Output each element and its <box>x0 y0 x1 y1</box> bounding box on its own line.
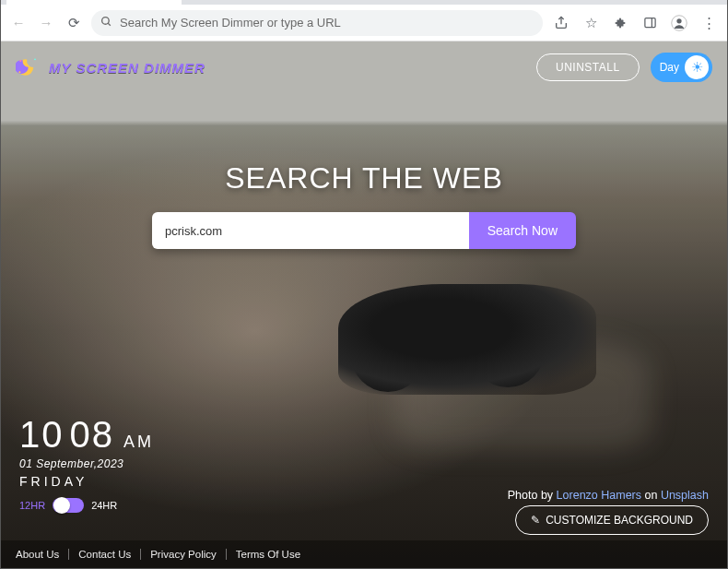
svg-point-9 <box>34 58 36 60</box>
logo[interactable]: MY SCREEN DIMMER <box>16 54 205 80</box>
menu-icon[interactable]: ⋮ <box>698 12 720 34</box>
footer-link-contact[interactable]: Contact Us <box>69 549 141 560</box>
svg-point-6 <box>676 18 681 23</box>
back-button[interactable]: ← <box>8 13 29 33</box>
reload-button[interactable]: ⟳ <box>64 13 84 33</box>
credit-author-link[interactable]: Lorenzo Hamers <box>557 489 641 502</box>
share-icon[interactable] <box>550 12 572 34</box>
toggle-track[interactable] <box>53 498 84 513</box>
photo-credits: Photo by Lorenzo Hamers on Unsplash <box>508 489 709 502</box>
label-24hr: 24HR <box>91 500 117 511</box>
maximize-button[interactable]: ☐ <box>646 0 687 5</box>
browser-toolbar: ← → ⟳ Search My Screen Dimmer or type a … <box>1 5 727 41</box>
page-content: MY SCREEN DIMMER UNINSTALL Day ☀ SEARCH … <box>1 41 727 568</box>
pencil-icon: ✎ <box>531 514 540 527</box>
star-icon[interactable]: ☆ <box>580 12 602 34</box>
search-icon <box>100 16 112 30</box>
hour-format-toggle[interactable]: 12HR 24HR <box>19 498 154 513</box>
browser-tab[interactable]: New Tab × <box>6 0 182 5</box>
search-button[interactable]: Search Now <box>469 212 576 249</box>
clock-minutes: 08 <box>70 414 115 456</box>
svg-point-7 <box>19 60 21 62</box>
moon-icon <box>16 54 41 80</box>
clock-day: FRIDAY <box>19 474 154 489</box>
clock-widget: 10 08 AM 01 September,2023 FRIDAY 12HR 2… <box>19 414 154 513</box>
address-bar[interactable]: Search My Screen Dimmer or type a URL <box>91 10 543 36</box>
profile-icon[interactable] <box>668 12 690 34</box>
footer-link-about[interactable]: About Us <box>16 549 69 560</box>
footer-links: About Us Contact Us Privacy Policy Terms… <box>1 540 727 568</box>
svg-line-1 <box>108 23 111 26</box>
clock-hours: 10 <box>19 414 65 456</box>
search-input[interactable] <box>152 212 469 249</box>
day-label: Day <box>660 61 679 74</box>
extensions-icon[interactable] <box>609 12 631 34</box>
clock-ampm: AM <box>123 433 154 452</box>
clock-date: 01 September,2023 <box>19 457 154 470</box>
svg-point-8 <box>18 71 20 73</box>
forward-button[interactable]: → <box>36 13 56 33</box>
minimize-button[interactable]: — <box>605 0 646 5</box>
day-night-toggle[interactable]: Day ☀ <box>651 53 712 82</box>
svg-point-0 <box>102 17 110 24</box>
side-panel-icon[interactable] <box>639 12 661 34</box>
credit-source-link[interactable]: Unsplash <box>661 489 709 502</box>
label-12hr: 12HR <box>19 500 45 511</box>
close-window-button[interactable]: ✕ <box>687 0 727 5</box>
search-bar: Search Now <box>152 212 576 249</box>
uninstall-button[interactable]: UNINSTALL <box>536 53 640 81</box>
new-tab-button[interactable]: + <box>182 0 207 5</box>
logo-text: MY SCREEN DIMMER <box>49 60 205 76</box>
footer-link-privacy[interactable]: Privacy Policy <box>141 549 227 560</box>
footer-link-terms[interactable]: Terms Of Use <box>227 549 310 560</box>
search-headline: SEARCH THE WEB <box>225 161 502 196</box>
chevron-down-icon[interactable]: ⌄ <box>565 0 605 5</box>
sun-icon: ☀ <box>685 55 709 79</box>
svg-rect-3 <box>644 18 654 28</box>
omnibox-placeholder: Search My Screen Dimmer or type a URL <box>120 16 341 30</box>
customize-background-button[interactable]: ✎ CUSTOMIZE BACKGROUND <box>515 505 709 535</box>
tab-strip: New Tab × + ⌄ — ☐ ✕ <box>1 0 727 5</box>
customize-label: CUSTOMIZE BACKGROUND <box>546 514 693 527</box>
